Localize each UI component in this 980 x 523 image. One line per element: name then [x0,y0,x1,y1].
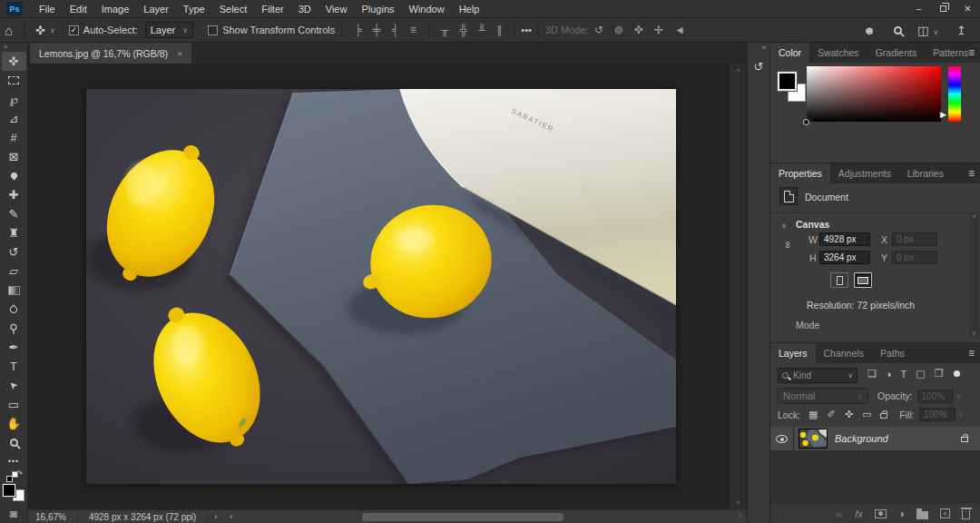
zoom-level-field[interactable]: 16,67% [28,512,77,522]
layer-filter-search[interactable]: Kind ∨ [778,368,858,383]
new-adjustment-layer-icon[interactable]: ◑ [898,508,905,520]
properties-scrollbar[interactable]: ˄ ˅ [969,212,979,338]
auto-select-target-dropdown[interactable]: Layer ∨ [145,22,193,38]
lock-transparent-pixels-icon[interactable]: ▦ [804,409,822,420]
menu-view[interactable]: View [318,2,355,16]
filter-image-layers-icon[interactable]: ❏ [863,368,881,380]
distribute-horizontal-icon[interactable]: ≡ [405,24,422,36]
layer-visibility-toggle[interactable] [770,427,794,450]
scroll-down-icon[interactable]: ˅ [736,498,740,507]
tool-type-button[interactable]: T [2,357,26,376]
vertical-scrollbar[interactable]: ˄ ˅ [729,64,747,509]
tool-pen-button[interactable]: ✒ [2,338,26,357]
tab-layers[interactable]: Layers [770,343,816,363]
tab-channels[interactable]: Channels [816,343,872,363]
tool-crop-button[interactable]: # [2,128,26,147]
tool-eraser-button[interactable]: ▱ [2,262,26,281]
new-group-icon[interactable] [916,511,928,519]
menu-window[interactable]: Window [402,2,452,16]
status-back-chevron-icon[interactable]: ‹ [223,512,239,521]
more-options-button[interactable]: ••• [521,25,532,35]
tab-paths[interactable]: Paths [872,343,913,363]
restore-button[interactable] [931,0,956,17]
menu-layer[interactable]: Layer [136,2,176,16]
tool-object-selection-button[interactable]: ⊿ [2,109,26,128]
tab-color[interactable]: Color [770,43,809,63]
history-panel-button[interactable]: ↺ [750,57,769,76]
minimize-button[interactable]: – [906,0,931,17]
tab-gradients[interactable]: Gradients [867,43,926,63]
menu-type[interactable]: Type [176,2,212,16]
chevron-down-icon[interactable]: ∨ [50,26,55,35]
workspace-switcher[interactable]: ◫ ∨ [916,24,938,37]
lock-position-icon[interactable]: ✜ [840,409,858,420]
account-icon[interactable]: ☻ [858,24,880,37]
delete-layer-icon[interactable] [962,510,970,519]
panel-menu-icon[interactable]: ≡ [968,46,975,59]
layer-filter-toggle[interactable] [954,370,960,377]
menu-edit[interactable]: Edit [63,2,94,16]
scroll-down-icon[interactable]: ˅ [972,331,975,337]
landscape-orientation-button[interactable] [854,272,872,288]
status-menu-chevron-icon[interactable]: › [208,512,223,521]
edit-toolbar-button[interactable]: ••• [2,452,26,471]
lock-image-pixels-icon[interactable]: ✐ [823,409,840,420]
tool-dodge-button[interactable]: ⚲ [2,319,26,338]
lock-artboard-icon[interactable]: ▭ [858,409,876,420]
foreground-color-swatch[interactable] [3,484,15,497]
document-tab[interactable]: Lemons.jpg @ 16,7% (RGB/8) × [30,43,191,64]
portrait-orientation-button[interactable] [830,272,848,288]
swap-colors-button[interactable]: ↷ [5,471,22,481]
tool-clone-stamp-button[interactable]: ♜ [2,223,26,242]
tool-gradient-button[interactable] [2,281,26,300]
tool-rectangle-button[interactable]: ▭ [2,395,26,414]
tool-rectangular-marquee-button[interactable] [2,71,26,90]
tool-path-selection-button[interactable]: ➤ [2,376,26,395]
auto-select-checkbox[interactable]: ✓ [69,25,79,35]
tool-spot-healing-brush-button[interactable]: ✚ [2,185,26,204]
tool-move-button[interactable]: ✜ [2,52,26,71]
tool-lasso-button[interactable]: ℘ [2,90,26,109]
close-button[interactable]: ✕ [956,0,980,17]
align-bottom-edges-icon[interactable]: ╨ [473,24,492,36]
filter-shape-layers-icon[interactable]: ▢ [911,368,929,380]
align-right-edges-icon[interactable]: ╡ [386,24,405,36]
panel-menu-icon[interactable]: ≡ [968,347,975,360]
layer-effects-icon[interactable]: fx [855,508,863,519]
toolbar-collapse-icon[interactable]: » [0,43,27,52]
horizontal-scrollbar-thumb[interactable] [362,513,564,521]
share-icon[interactable]: ↥ [952,24,971,37]
filter-smart-objects-icon[interactable]: ❒ [930,368,948,380]
hue-slider[interactable] [948,66,961,122]
hue-slider-arrow-icon[interactable]: ▶ [940,110,946,119]
color-picker-marker[interactable] [803,119,809,125]
link-layers-icon[interactable]: ∞ [836,508,843,519]
saturation-brightness-box[interactable] [807,66,941,122]
lock-all-icon[interactable] [880,413,887,419]
home-button[interactable]: ⌂ [0,23,17,38]
width-field[interactable]: 4928 px [819,232,870,246]
menu-filter[interactable]: Filter [254,2,290,16]
panel-menu-icon[interactable]: ≡ [968,167,975,180]
link-dimensions-icon[interactable]: ∞ [783,242,794,249]
scroll-up-icon[interactable]: ˄ [972,213,975,220]
menu-image[interactable]: Image [94,2,137,16]
color-panel-swatches[interactable] [778,72,808,104]
align-top-edges-icon[interactable]: ╥ [436,24,455,36]
menu-file[interactable]: File [32,2,63,16]
layer-name[interactable]: Background [835,433,888,444]
layer-row-background[interactable]: Background [770,427,980,450]
filter-type-layers-icon[interactable]: T [897,369,912,380]
tab-adjustments[interactable]: Adjustments [830,163,899,183]
tool-frame-button[interactable]: ⊠ [2,147,26,166]
tool-eyedropper-button[interactable] [2,166,26,185]
canvas-area[interactable]: SABATIER [28,64,729,509]
canvas-image[interactable]: SABATIER [86,89,676,484]
search-icon[interactable] [894,26,902,35]
layer-thumbnail[interactable] [799,429,827,448]
menu-3d[interactable]: 3D [291,2,318,16]
expand-panels-icon[interactable]: « [748,43,769,53]
tool-history-brush-button[interactable]: ↺ [2,242,26,262]
tool-zoom-button[interactable] [2,433,26,452]
scroll-up-icon[interactable]: ˄ [736,66,740,74]
